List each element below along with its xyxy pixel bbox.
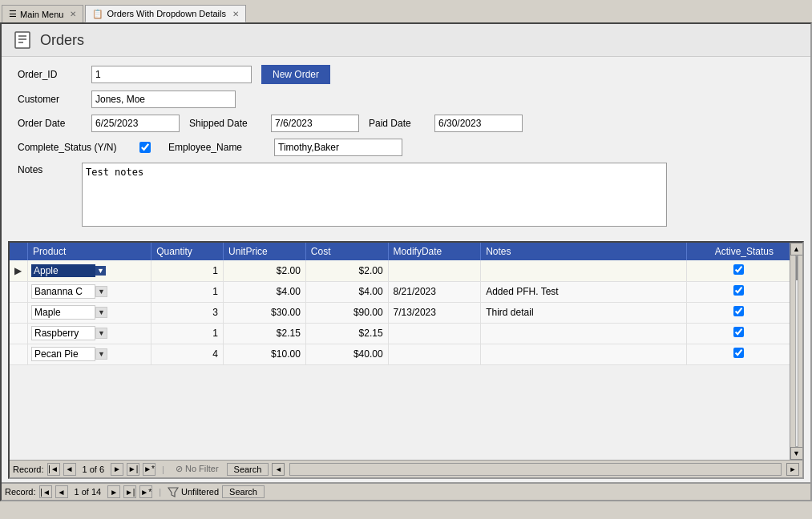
cost-cell-2[interactable]: [305, 281, 388, 302]
modifydate-cell-1[interactable]: [388, 260, 481, 281]
modifydate-input-4[interactable]: [392, 328, 478, 339]
active-checkbox-5[interactable]: [733, 348, 744, 358]
product-cell-1[interactable]: ▼: [27, 260, 151, 281]
quantity-input-3[interactable]: [155, 307, 220, 318]
subgrid-nav-prev[interactable]: ◄: [63, 463, 76, 476]
unitprice-input-2[interactable]: [227, 286, 302, 297]
quantity-input-2[interactable]: [155, 286, 220, 297]
notes-input-3[interactable]: [484, 307, 683, 318]
shipped-date-input[interactable]: [271, 115, 359, 132]
modifydate-cell-5[interactable]: [388, 344, 481, 364]
product-dropdown-btn-5[interactable]: ▼: [95, 348, 107, 360]
product-cell-5[interactable]: ▼: [27, 344, 151, 364]
cost-cell-4[interactable]: [305, 323, 388, 344]
cost-cell-5[interactable]: [305, 344, 388, 364]
modifydate-input-1[interactable]: [392, 265, 478, 276]
modifydate-input-5[interactable]: [392, 348, 478, 360]
notes-cell-4[interactable]: [481, 323, 687, 344]
subgrid-nav-last[interactable]: ►|: [127, 463, 139, 476]
product-cell-4[interactable]: ▼: [27, 323, 151, 344]
order-date-input[interactable]: [91, 115, 180, 132]
subgrid-nav-first[interactable]: |◄: [47, 463, 60, 476]
tab-orders[interactable]: 📋 Orders With Dropdown Details ✕: [85, 5, 246, 22]
quantity-input-1[interactable]: [155, 265, 220, 276]
new-order-button[interactable]: New Order: [261, 65, 330, 84]
quantity-cell-1[interactable]: [151, 260, 224, 281]
quantity-cell-4[interactable]: [151, 323, 224, 344]
active-checkbox-2[interactable]: [733, 285, 744, 296]
active-cell-5[interactable]: [687, 344, 790, 364]
status-nav-new[interactable]: ►*: [139, 485, 152, 498]
quantity-cell-3[interactable]: [151, 302, 224, 323]
notes-input-5[interactable]: [484, 348, 683, 360]
cost-cell-3[interactable]: [305, 302, 388, 323]
status-nav-prev[interactable]: ◄: [55, 485, 68, 498]
product-input-2[interactable]: [31, 284, 95, 299]
active-cell-1[interactable]: [687, 260, 790, 281]
quantity-input-4[interactable]: [155, 328, 220, 339]
complete-status-checkbox[interactable]: [139, 142, 151, 153]
modifydate-input-2[interactable]: [392, 286, 478, 297]
cost-input-2[interactable]: [309, 286, 385, 297]
product-input-5[interactable]: [31, 347, 95, 361]
modifydate-cell-3[interactable]: [388, 302, 481, 323]
unitprice-cell-4[interactable]: [224, 323, 306, 344]
product-input-4[interactable]: [31, 326, 95, 340]
tab-orders-close[interactable]: ✕: [232, 10, 239, 18]
hscrollbar[interactable]: [289, 463, 782, 476]
product-dropdown-btn-4[interactable]: ▼: [95, 328, 107, 339]
status-search-btn[interactable]: Search: [222, 485, 265, 498]
product-cell-3[interactable]: ▼: [27, 302, 151, 323]
product-dropdown-btn-1[interactable]: ▼: [95, 266, 106, 276]
active-checkbox-3[interactable]: [733, 306, 744, 316]
order-id-input[interactable]: [91, 66, 252, 83]
modifydate-input-3[interactable]: [392, 307, 478, 318]
subgrid-vscrollbar[interactable]: ▲ ▼: [790, 243, 802, 460]
unitprice-input-3[interactable]: [227, 307, 302, 318]
active-cell-4[interactable]: [687, 323, 790, 344]
unitprice-cell-3[interactable]: [224, 302, 306, 323]
cost-input-3[interactable]: [309, 307, 385, 318]
product-dropdown-btn-3[interactable]: ▼: [95, 307, 107, 318]
unitprice-input-4[interactable]: [227, 328, 302, 339]
scroll-track[interactable]: [795, 255, 798, 447]
product-cell-2[interactable]: ▼: [27, 281, 151, 302]
subgrid-search-btn[interactable]: Search: [227, 463, 269, 476]
active-cell-2[interactable]: [687, 281, 790, 302]
employee-select[interactable]: Timothy,Baker Smith, Alice Doe, Bob: [274, 139, 402, 156]
cost-input-5[interactable]: [309, 348, 385, 360]
unitprice-cell-5[interactable]: [224, 344, 306, 364]
active-checkbox-4[interactable]: [733, 327, 744, 337]
status-nav-next[interactable]: ►: [107, 485, 120, 498]
notes-input-2[interactable]: [484, 286, 683, 297]
tab-main-menu-close[interactable]: ✕: [70, 10, 76, 18]
paid-date-input[interactable]: [434, 115, 523, 132]
notes-cell-1[interactable]: [481, 260, 687, 281]
notes-input-4[interactable]: [484, 328, 683, 339]
subgrid-nav-next[interactable]: ►: [111, 463, 123, 476]
subgrid-nav-new[interactable]: ►*: [143, 463, 156, 476]
customer-select[interactable]: Jones, Moe Smith, John Doe, Jane: [91, 91, 236, 108]
tab-main-menu[interactable]: ☰ Main Menu ✕: [2, 5, 83, 22]
unitprice-cell-1[interactable]: [224, 260, 306, 281]
notes-input-1[interactable]: [484, 265, 683, 276]
product-input-1[interactable]: [31, 264, 95, 277]
scroll-down-btn[interactable]: ▼: [790, 447, 803, 460]
unitprice-input-5[interactable]: [227, 348, 302, 360]
status-nav-first[interactable]: |◄: [39, 485, 52, 498]
cost-input-1[interactable]: [309, 265, 385, 276]
notes-cell-2[interactable]: [481, 281, 687, 302]
modifydate-cell-4[interactable]: [388, 323, 481, 344]
product-input-3[interactable]: [31, 305, 95, 320]
scroll-up-btn[interactable]: ▲: [790, 243, 803, 255]
notes-cell-5[interactable]: [481, 344, 687, 364]
product-dropdown-btn-2[interactable]: ▼: [95, 286, 107, 297]
notes-textarea[interactable]: Test notes: [82, 163, 667, 227]
modifydate-cell-2[interactable]: [388, 281, 481, 302]
status-nav-last[interactable]: ►|: [123, 485, 136, 498]
quantity-cell-5[interactable]: [151, 344, 224, 364]
quantity-input-5[interactable]: [155, 348, 220, 360]
scroll-thumb[interactable]: [796, 256, 798, 280]
active-checkbox-1[interactable]: [733, 264, 744, 275]
quantity-cell-2[interactable]: [151, 281, 224, 302]
